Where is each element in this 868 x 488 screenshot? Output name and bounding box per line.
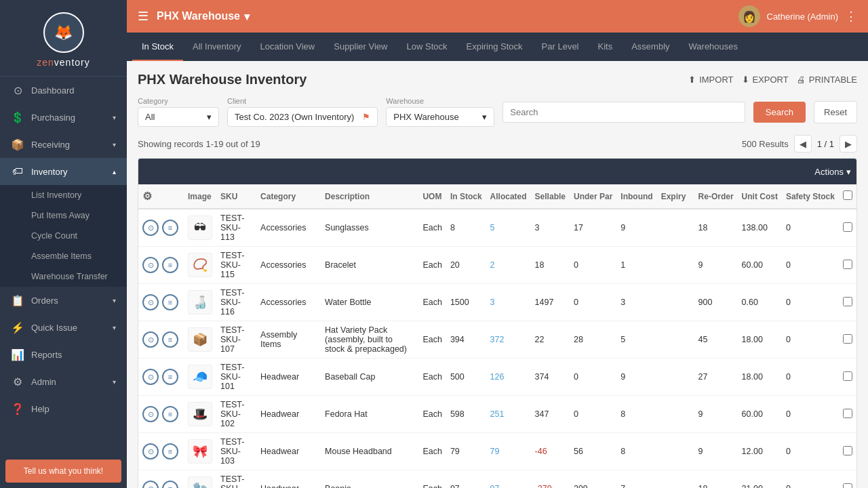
row-checkbox[interactable] [843, 483, 852, 489]
tab-assembly[interactable]: Assembly [622, 33, 679, 61]
row-actions-cell: ⊙ ≡ [138, 470, 184, 489]
tab-supplier-view[interactable]: Supplier View [324, 33, 397, 61]
export-button[interactable]: ⬇ EXPORT [742, 75, 789, 85]
more-options-icon[interactable]: ⋮ [845, 9, 857, 24]
sidebar-item-admin[interactable]: ⚙ Admin ▾ [0, 368, 127, 395]
sidebar-item-put-items-away[interactable]: Put Items Away [0, 205, 127, 226]
view-icon[interactable]: ⊙ [142, 257, 159, 273]
list-icon[interactable]: ≡ [162, 443, 178, 460]
list-icon[interactable]: ≡ [162, 257, 178, 273]
import-button[interactable]: ⬆ IMPORT [688, 75, 733, 85]
allocated-cell: 3 [486, 284, 531, 321]
sidebar-item-assemble-items[interactable]: Assemble Items [0, 246, 127, 266]
search-button[interactable]: Search [753, 102, 806, 123]
view-icon[interactable]: ⊙ [142, 294, 159, 310]
tab-low-stock[interactable]: Low Stock [397, 33, 457, 61]
client-filter-group: Client Test Co. 2023 (Own Inventory) ⚑ [227, 97, 378, 127]
tab-expiring-stock[interactable]: Expiring Stock [456, 33, 532, 61]
sidebar-item-orders[interactable]: 📋 Orders ▾ [0, 287, 127, 314]
tab-all-inventory[interactable]: All Inventory [183, 33, 251, 61]
row-checkbox[interactable] [843, 222, 852, 232]
sku-cell: TEST-SKU-104 [216, 470, 256, 489]
sidebar-item-list-inventory[interactable]: List Inventory [0, 185, 127, 205]
reset-button[interactable]: Reset [814, 101, 857, 123]
expiry-cell [657, 359, 694, 396]
dropdown-arrow-icon[interactable]: ▾ [244, 10, 250, 23]
feedback-button[interactable]: Tell us what you think! [5, 460, 121, 483]
view-icon[interactable]: ⊙ [142, 443, 159, 460]
hamburger-menu-icon[interactable]: ☰ [138, 9, 149, 24]
tab-par-level[interactable]: Par Level [532, 33, 589, 61]
list-icon[interactable]: ≡ [162, 220, 178, 236]
view-icon[interactable]: ⊙ [142, 406, 159, 422]
sku-cell: TEST-SKU-107 [216, 321, 256, 359]
row-checkbox[interactable] [843, 409, 852, 418]
topbar-right: 👩 Catherine (Admin) ⋮ [738, 5, 858, 27]
row-checkbox[interactable] [843, 297, 852, 306]
col-settings[interactable]: ⚙ [138, 184, 184, 209]
safety-stock-cell: 0 [782, 470, 839, 489]
inbound-cell: 8 [616, 433, 656, 470]
table-row: ⊙ ≡ 🎀 TEST-SKU-103 Headwear Mouse Headba… [138, 433, 856, 470]
row-actions-cell: ⊙ ≡ [138, 396, 184, 433]
sidebar-item-purchasing[interactable]: 💲 Purchasing ▾ [0, 104, 127, 131]
row-checkbox[interactable] [843, 371, 852, 381]
tab-in-stock[interactable]: In Stock [132, 33, 183, 61]
category-select[interactable]: All ▾ [138, 107, 219, 127]
printable-button[interactable]: 🖨 PRINTABLE [797, 75, 857, 85]
sidebar-item-dashboard[interactable]: ⊙ Dashboard [0, 77, 127, 104]
sidebar-item-receiving[interactable]: 📦 Receiving ▾ [0, 131, 127, 158]
inventory-table-container: Actions ▾ ⚙ Image SKU Category Descripti… [138, 158, 857, 488]
row-checkbox-cell[interactable] [839, 284, 856, 321]
sidebar-item-quick-issue[interactable]: ⚡ Quick Issue ▾ [0, 314, 127, 341]
prev-page-button[interactable]: ◀ [794, 135, 812, 152]
print-icon: 🖨 [797, 75, 806, 85]
row-checkbox-cell[interactable] [839, 209, 856, 247]
uom-cell: Each [418, 321, 446, 359]
row-checkbox-cell[interactable] [839, 247, 856, 284]
view-icon[interactable]: ⊙ [142, 331, 159, 348]
reorder-cell: 9 [694, 433, 738, 470]
sidebar-item-reports[interactable]: 📊 Reports [0, 341, 127, 368]
warehouse-select[interactable]: PHX Warehouse ▾ [386, 107, 494, 127]
list-icon[interactable]: ≡ [162, 406, 178, 422]
tab-warehouses[interactable]: Warehouses [679, 33, 748, 61]
row-actions-cell: ⊙ ≡ [138, 359, 184, 396]
showing-records: Showing records 1-19 out of 19 [138, 139, 260, 149]
unit-cost-cell: 60.00 [738, 396, 782, 433]
list-icon[interactable]: ≡ [162, 294, 178, 310]
row-checkbox-cell[interactable] [839, 396, 856, 433]
row-checkbox[interactable] [843, 334, 852, 344]
row-checkbox[interactable] [843, 446, 852, 455]
page-info: 1 / 1 [817, 139, 834, 149]
sidebar-item-warehouse-transfer[interactable]: Warehouse Transfer [0, 266, 127, 287]
sidebar-item-inventory[interactable]: 🏷 Inventory ▴ [0, 158, 127, 185]
row-checkbox[interactable] [843, 260, 852, 269]
download-icon: ⬇ [742, 75, 749, 85]
list-icon[interactable]: ≡ [162, 369, 178, 385]
list-icon[interactable]: ≡ [162, 481, 178, 488]
view-icon[interactable]: ⊙ [142, 369, 159, 385]
tab-location-view[interactable]: Location View [251, 33, 325, 61]
actions-dropdown-button[interactable]: Actions ▾ [814, 167, 851, 177]
sellable-cell: -46 [531, 433, 570, 470]
under-par-cell: 17 [570, 209, 616, 247]
sidebar-item-help[interactable]: ❓ Help [0, 395, 127, 422]
next-page-button[interactable]: ▶ [840, 135, 857, 152]
col-select-all[interactable] [839, 184, 856, 209]
search-input[interactable] [502, 102, 745, 123]
view-icon[interactable]: ⊙ [142, 481, 159, 488]
list-icon[interactable]: ≡ [162, 331, 178, 348]
client-select[interactable]: Test Co. 2023 (Own Inventory) ⚑ [227, 107, 378, 127]
view-icon[interactable]: ⊙ [142, 220, 159, 236]
results-count: 500 Results [742, 139, 789, 149]
row-checkbox-cell[interactable] [839, 359, 856, 396]
sellable-cell: 347 [531, 396, 570, 433]
row-checkbox-cell[interactable] [839, 470, 856, 489]
row-checkbox-cell[interactable] [839, 321, 856, 359]
row-checkbox-cell[interactable] [839, 433, 856, 470]
sidebar-item-cycle-count[interactable]: Cycle Count [0, 226, 127, 246]
sku-cell: TEST-SKU-101 [216, 359, 256, 396]
logo-icon: 🦊 [43, 12, 84, 53]
tab-kits[interactable]: Kits [589, 33, 623, 61]
